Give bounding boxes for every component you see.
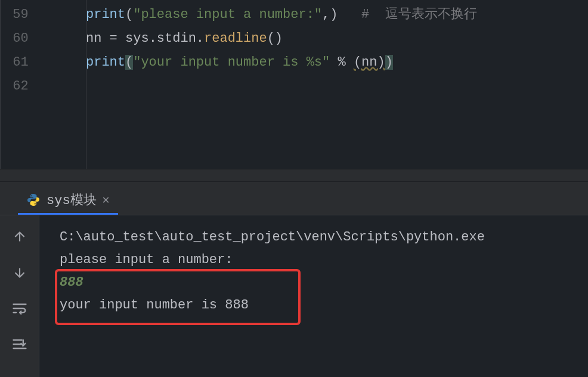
string-literal: "your input number is %s" bbox=[133, 55, 330, 70]
soft-wrap-button[interactable] bbox=[9, 298, 30, 319]
comma: , bbox=[322, 7, 330, 22]
code-line-61[interactable]: print("your input number is %s" % (nn)) bbox=[63, 51, 588, 75]
paren: ( bbox=[125, 7, 133, 22]
comment: # 逗号表示不换行 bbox=[361, 7, 477, 22]
pane-divider[interactable] bbox=[0, 169, 588, 182]
code-editor-pane[interactable]: 59 60 61 62 print("please input a number… bbox=[0, 0, 588, 169]
dot: . bbox=[196, 31, 204, 46]
code-line-62[interactable] bbox=[63, 75, 588, 98]
output-user-input: 888 bbox=[60, 271, 588, 294]
scroll-up-button[interactable] bbox=[9, 226, 30, 248]
code-line-59[interactable]: print("please input a number:",) # 逗号表示不… bbox=[63, 3, 588, 27]
paren-close-warn: ) bbox=[377, 55, 385, 70]
module-sys: sys bbox=[125, 31, 149, 46]
builtin-print: print bbox=[86, 7, 125, 22]
console-output[interactable]: C:\auto_test\auto_test_project\venv\Scri… bbox=[39, 215, 588, 377]
gutter: 59 60 61 62 bbox=[1, 0, 63, 169]
attr-stdin: stdin bbox=[157, 31, 196, 46]
builtin-print: print bbox=[86, 55, 125, 70]
console-toolbar bbox=[0, 215, 39, 377]
variable-nn: nn bbox=[86, 31, 101, 46]
console-body: C:\auto_test\auto_test_project\venv\Scri… bbox=[0, 215, 588, 377]
parens: () bbox=[267, 31, 283, 46]
line-number: 62 bbox=[1, 75, 63, 98]
paren-close-hl: ) bbox=[385, 55, 393, 70]
code-line-60[interactable]: nn = sys.stdin.readline() bbox=[63, 27, 588, 51]
method-readline: readline bbox=[204, 31, 267, 46]
run-tab-active[interactable]: sys模块 ✕ bbox=[18, 186, 118, 215]
assign-op: = bbox=[101, 31, 125, 46]
line-number: 59 bbox=[1, 3, 63, 27]
run-tab-label: sys模块 bbox=[47, 191, 97, 209]
whitespace bbox=[338, 7, 361, 22]
output-exec-path: C:\auto_test\auto_test_project\venv\Scri… bbox=[60, 226, 588, 249]
code-area[interactable]: print("please input a number:",) # 逗号表示不… bbox=[63, 0, 588, 169]
mod-op: % bbox=[330, 55, 354, 70]
line-number: 61 bbox=[1, 51, 63, 75]
variable-nn: nn bbox=[361, 55, 377, 70]
output-result: your input number is 888 bbox=[60, 294, 588, 317]
run-tab-bar: sys模块 ✕ bbox=[0, 182, 588, 215]
paren-open-hl: ( bbox=[125, 55, 133, 70]
scroll-to-end-button[interactable] bbox=[9, 333, 30, 355]
indent-guide bbox=[86, 0, 86, 169]
paren: ) bbox=[330, 7, 338, 22]
paren-open-warn: ( bbox=[354, 55, 361, 70]
dot: . bbox=[149, 31, 157, 46]
output-prompt: please input a number: bbox=[60, 249, 588, 271]
scroll-down-button[interactable] bbox=[9, 262, 30, 283]
close-icon[interactable]: ✕ bbox=[103, 192, 110, 207]
line-number: 60 bbox=[1, 27, 63, 51]
run-panel: sys模块 ✕ C:\auto_test\auto_test_project\v… bbox=[0, 182, 588, 377]
python-icon bbox=[26, 193, 41, 207]
string-literal: "please input a number:" bbox=[133, 7, 322, 22]
